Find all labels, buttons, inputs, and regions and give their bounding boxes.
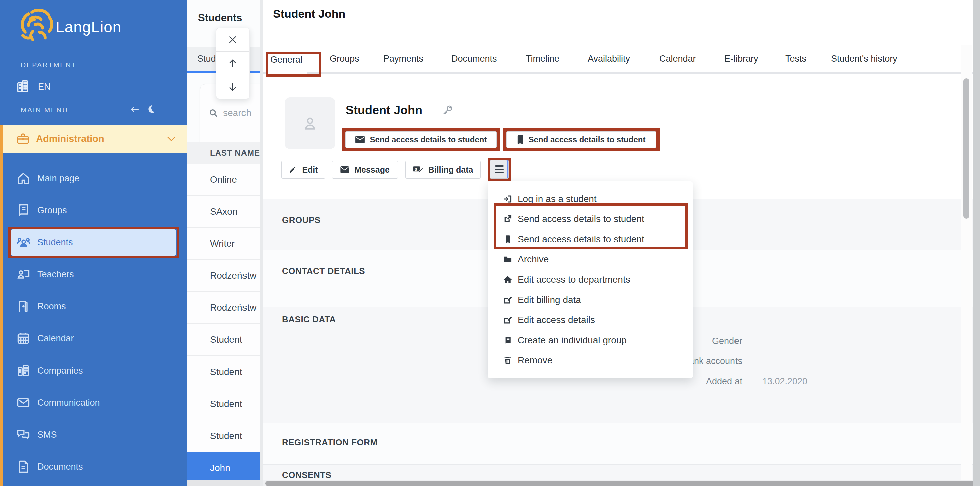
send-access-email-button[interactable]: Send access details to student [345,131,497,148]
sidebar-item-administration[interactable]: Administration [3,124,188,153]
search-placeholder: search [223,108,251,118]
companies-icon [16,363,31,378]
tab-tests[interactable]: Tests [785,45,806,72]
student-name: Student John [345,104,422,118]
send-access-sms-button[interactable]: Send access details to student [506,131,657,148]
door-icon [16,299,31,314]
list-item[interactable]: Student [188,356,259,388]
menu-item-edit-access-details[interactable]: Edit access details [488,315,693,325]
section-header: REGISTRATION FORM [282,437,378,448]
home-icon [503,275,512,284]
menu-item-edit-access-departments[interactable]: Edit access to departments [488,274,693,285]
sidebar-item-documents[interactable]: Documents [3,451,188,483]
list-item-selected[interactable]: John [188,452,259,480]
annotation-box-menu-button [488,158,511,181]
mobile-icon [517,135,523,144]
tabbar-underline [263,72,980,75]
window-scrollbar[interactable] [973,0,980,486]
langlion-logo: LangLion [16,2,176,52]
sidebar-item-label: Documents [37,462,83,472]
key-icon[interactable] [441,104,453,117]
vertical-scrollbar-thumb[interactable] [963,78,969,218]
menu-item-remove[interactable]: Remove [488,355,693,366]
logo-text: LangLion [56,18,121,36]
menu-item-send-access-email[interactable]: Send access details to student [488,214,693,224]
trash-icon [503,356,512,365]
edit-button[interactable]: Edit [281,161,325,178]
menu-item-log-in-as-student[interactable]: Log in as a student [488,194,693,204]
column-header-last-name[interactable]: LAST NAME [188,142,259,164]
tab-documents[interactable]: Documents [451,45,497,72]
tab-calendar[interactable]: Calendar [659,45,696,72]
list-item[interactable]: SAxon [188,196,259,228]
students-icon [16,235,31,250]
calendar-icon [16,331,31,346]
main-menu-label: MAIN MENU [21,106,68,114]
list-item[interactable]: Rodzeństw [188,260,259,292]
avatar [285,97,335,149]
tab-e-library[interactable]: E-library [724,45,758,72]
chat-bubbles-icon [16,427,31,442]
section-header: GROUPS [282,215,321,225]
list-item[interactable]: Writer [188,228,259,260]
list-item[interactable]: Rodzeństw [188,292,259,324]
sidebar-item-label: Groups [37,205,67,216]
billing-icon: $ [413,166,423,174]
list-item[interactable]: Student [188,324,259,356]
document-icon [16,459,31,474]
sidebar-item-communication[interactable]: Communication [3,387,188,419]
svg-text:$: $ [415,167,417,171]
sidebar-item-calendar[interactable]: Calendar [3,322,188,354]
sidebar-item-rooms[interactable]: Rooms [3,290,188,322]
arrow-up-icon[interactable] [216,51,249,75]
tab-timeline[interactable]: Timeline [526,45,559,72]
department-selector[interactable]: EN [15,79,51,95]
teacher-icon [16,267,31,282]
menu-item-send-access-sms[interactable]: Send access details to student [488,234,693,245]
tab-payments[interactable]: Payments [383,45,423,72]
menu-item-archive[interactable]: Archive [488,254,693,265]
section-header: CONSENTS [282,470,331,480]
sidebar-item-companies[interactable]: Companies [3,354,188,387]
dark-mode-icon[interactable] [145,104,156,115]
tab-general[interactable]: General [266,45,307,75]
sidebar-item-students[interactable]: Students [11,229,177,256]
sidebar-item-label: Rooms [37,301,66,312]
sidebar-item-label: Companies [37,365,83,376]
tab-students-history[interactable]: Student's history [831,45,897,72]
chevron-down-icon [167,135,176,142]
folder-icon [503,255,512,264]
list-item[interactable]: Student [188,388,259,420]
section-header: CONTACT DETAILS [282,266,365,276]
lion-icon [16,6,58,48]
envelope-icon [340,166,349,173]
panel-divider [259,0,263,486]
sidebar-item-label: Calendar [37,333,74,344]
message-button[interactable]: Message [332,161,398,178]
sidebar-item-teachers[interactable]: Teachers [3,258,188,290]
horizontal-scrollbar-thumb[interactable] [265,481,980,486]
sidebar-item-label: Students [37,237,73,248]
field-value-added-at: 13.02.2020 [762,376,807,387]
home-icon [16,171,31,186]
collapse-sidebar-icon[interactable] [129,104,140,115]
arrow-down-icon[interactable] [216,75,249,99]
menu-item-edit-billing-data[interactable]: Edit billing data [488,295,693,306]
tab-availability[interactable]: Availability [588,45,630,72]
list-item[interactable]: Online [188,164,259,196]
panel-scrollbar-track[interactable] [188,480,259,486]
list-item[interactable]: Student [188,420,259,452]
active-module-stripe [0,124,3,486]
panel-controls-popup [216,28,250,99]
sidebar-item-groups[interactable]: Groups [3,194,188,226]
sidebar-item-sms[interactable]: SMS [3,419,188,451]
menu-item-create-individual-group[interactable]: Create an individual group [488,335,693,346]
section-registration-form: REGISTRATION FORM [263,423,980,464]
billing-data-button[interactable]: $ Billing data [405,161,480,178]
annotation-box-send-sms: Send access details to student [503,128,660,151]
close-icon[interactable] [216,28,249,51]
sidebar-item-main-page[interactable]: Main page [3,162,188,194]
more-actions-button[interactable] [490,160,509,178]
sidebar-item-label: Main page [37,173,80,183]
tab-groups[interactable]: Groups [329,45,359,72]
